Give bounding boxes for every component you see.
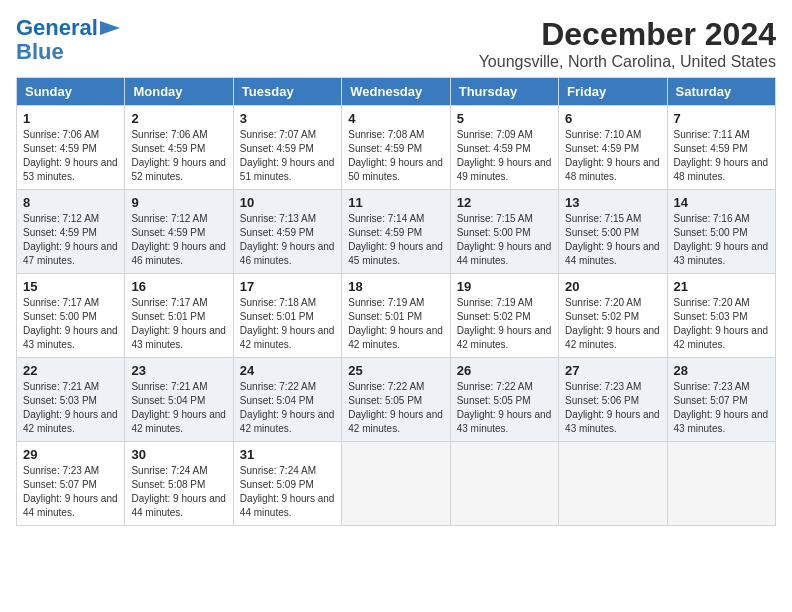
day-number: 25: [348, 363, 443, 378]
table-row: 15Sunrise: 7:17 AMSunset: 5:00 PMDayligh…: [17, 274, 125, 358]
calendar-week-row: 8Sunrise: 7:12 AMSunset: 4:59 PMDaylight…: [17, 190, 776, 274]
logo-blue: Blue: [16, 40, 64, 64]
weekday-header-tuesday: Tuesday: [233, 78, 341, 106]
day-info: Sunrise: 7:24 AMSunset: 5:08 PMDaylight:…: [131, 464, 226, 520]
table-row: 30Sunrise: 7:24 AMSunset: 5:08 PMDayligh…: [125, 442, 233, 526]
day-info: Sunrise: 7:20 AMSunset: 5:02 PMDaylight:…: [565, 296, 660, 352]
day-number: 15: [23, 279, 118, 294]
day-info: Sunrise: 7:06 AMSunset: 4:59 PMDaylight:…: [131, 128, 226, 184]
day-info: Sunrise: 7:19 AMSunset: 5:01 PMDaylight:…: [348, 296, 443, 352]
day-number: 26: [457, 363, 552, 378]
day-number: 23: [131, 363, 226, 378]
calendar: SundayMondayTuesdayWednesdayThursdayFrid…: [16, 77, 776, 526]
table-row: 6Sunrise: 7:10 AMSunset: 4:59 PMDaylight…: [559, 106, 667, 190]
table-row: 16Sunrise: 7:17 AMSunset: 5:01 PMDayligh…: [125, 274, 233, 358]
table-row: 1Sunrise: 7:06 AMSunset: 4:59 PMDaylight…: [17, 106, 125, 190]
table-row: 14Sunrise: 7:16 AMSunset: 5:00 PMDayligh…: [667, 190, 775, 274]
day-info: Sunrise: 7:21 AMSunset: 5:04 PMDaylight:…: [131, 380, 226, 436]
day-number: 1: [23, 111, 118, 126]
weekday-header-saturday: Saturday: [667, 78, 775, 106]
day-number: 18: [348, 279, 443, 294]
day-number: 28: [674, 363, 769, 378]
day-info: Sunrise: 7:13 AMSunset: 4:59 PMDaylight:…: [240, 212, 335, 268]
day-info: Sunrise: 7:22 AMSunset: 5:05 PMDaylight:…: [348, 380, 443, 436]
weekday-header-thursday: Thursday: [450, 78, 558, 106]
day-number: 20: [565, 279, 660, 294]
day-info: Sunrise: 7:22 AMSunset: 5:04 PMDaylight:…: [240, 380, 335, 436]
logo-general: General: [16, 15, 98, 40]
day-number: 29: [23, 447, 118, 462]
day-number: 13: [565, 195, 660, 210]
table-row: 4Sunrise: 7:08 AMSunset: 4:59 PMDaylight…: [342, 106, 450, 190]
logo-arrow-icon: [100, 21, 120, 35]
calendar-week-row: 29Sunrise: 7:23 AMSunset: 5:07 PMDayligh…: [17, 442, 776, 526]
day-number: 17: [240, 279, 335, 294]
day-number: 4: [348, 111, 443, 126]
location-title: Youngsville, North Carolina, United Stat…: [479, 53, 776, 71]
day-number: 5: [457, 111, 552, 126]
day-number: 11: [348, 195, 443, 210]
day-number: 14: [674, 195, 769, 210]
calendar-week-row: 22Sunrise: 7:21 AMSunset: 5:03 PMDayligh…: [17, 358, 776, 442]
month-title: December 2024: [479, 16, 776, 53]
day-number: 16: [131, 279, 226, 294]
day-info: Sunrise: 7:23 AMSunset: 5:07 PMDaylight:…: [23, 464, 118, 520]
table-row: 18Sunrise: 7:19 AMSunset: 5:01 PMDayligh…: [342, 274, 450, 358]
day-info: Sunrise: 7:16 AMSunset: 5:00 PMDaylight:…: [674, 212, 769, 268]
table-row: [450, 442, 558, 526]
table-row: 3Sunrise: 7:07 AMSunset: 4:59 PMDaylight…: [233, 106, 341, 190]
table-row: 11Sunrise: 7:14 AMSunset: 4:59 PMDayligh…: [342, 190, 450, 274]
table-row: 10Sunrise: 7:13 AMSunset: 4:59 PMDayligh…: [233, 190, 341, 274]
table-row: 7Sunrise: 7:11 AMSunset: 4:59 PMDaylight…: [667, 106, 775, 190]
day-info: Sunrise: 7:09 AMSunset: 4:59 PMDaylight:…: [457, 128, 552, 184]
day-info: Sunrise: 7:19 AMSunset: 5:02 PMDaylight:…: [457, 296, 552, 352]
table-row: 21Sunrise: 7:20 AMSunset: 5:03 PMDayligh…: [667, 274, 775, 358]
day-number: 21: [674, 279, 769, 294]
day-info: Sunrise: 7:20 AMSunset: 5:03 PMDaylight:…: [674, 296, 769, 352]
day-info: Sunrise: 7:23 AMSunset: 5:06 PMDaylight:…: [565, 380, 660, 436]
calendar-week-row: 1Sunrise: 7:06 AMSunset: 4:59 PMDaylight…: [17, 106, 776, 190]
day-number: 22: [23, 363, 118, 378]
logo: General Blue: [16, 16, 120, 64]
weekday-header-monday: Monday: [125, 78, 233, 106]
day-number: 7: [674, 111, 769, 126]
day-info: Sunrise: 7:06 AMSunset: 4:59 PMDaylight:…: [23, 128, 118, 184]
table-row: 19Sunrise: 7:19 AMSunset: 5:02 PMDayligh…: [450, 274, 558, 358]
weekday-header-sunday: Sunday: [17, 78, 125, 106]
day-info: Sunrise: 7:24 AMSunset: 5:09 PMDaylight:…: [240, 464, 335, 520]
day-number: 10: [240, 195, 335, 210]
table-row: 25Sunrise: 7:22 AMSunset: 5:05 PMDayligh…: [342, 358, 450, 442]
table-row: 23Sunrise: 7:21 AMSunset: 5:04 PMDayligh…: [125, 358, 233, 442]
day-info: Sunrise: 7:12 AMSunset: 4:59 PMDaylight:…: [131, 212, 226, 268]
table-row: 20Sunrise: 7:20 AMSunset: 5:02 PMDayligh…: [559, 274, 667, 358]
day-number: 31: [240, 447, 335, 462]
title-block: December 2024 Youngsville, North Carolin…: [479, 16, 776, 71]
table-row: 24Sunrise: 7:22 AMSunset: 5:04 PMDayligh…: [233, 358, 341, 442]
table-row: 31Sunrise: 7:24 AMSunset: 5:09 PMDayligh…: [233, 442, 341, 526]
day-number: 30: [131, 447, 226, 462]
day-info: Sunrise: 7:18 AMSunset: 5:01 PMDaylight:…: [240, 296, 335, 352]
table-row: 28Sunrise: 7:23 AMSunset: 5:07 PMDayligh…: [667, 358, 775, 442]
table-row: 17Sunrise: 7:18 AMSunset: 5:01 PMDayligh…: [233, 274, 341, 358]
weekday-header-friday: Friday: [559, 78, 667, 106]
calendar-week-row: 15Sunrise: 7:17 AMSunset: 5:00 PMDayligh…: [17, 274, 776, 358]
day-number: 19: [457, 279, 552, 294]
logo-text: General: [16, 16, 98, 40]
day-info: Sunrise: 7:22 AMSunset: 5:05 PMDaylight:…: [457, 380, 552, 436]
day-info: Sunrise: 7:07 AMSunset: 4:59 PMDaylight:…: [240, 128, 335, 184]
svg-marker-0: [100, 21, 120, 35]
table-row: 12Sunrise: 7:15 AMSunset: 5:00 PMDayligh…: [450, 190, 558, 274]
day-info: Sunrise: 7:10 AMSunset: 4:59 PMDaylight:…: [565, 128, 660, 184]
day-number: 6: [565, 111, 660, 126]
table-row: 27Sunrise: 7:23 AMSunset: 5:06 PMDayligh…: [559, 358, 667, 442]
day-info: Sunrise: 7:23 AMSunset: 5:07 PMDaylight:…: [674, 380, 769, 436]
weekday-header-wednesday: Wednesday: [342, 78, 450, 106]
day-number: 3: [240, 111, 335, 126]
day-info: Sunrise: 7:08 AMSunset: 4:59 PMDaylight:…: [348, 128, 443, 184]
table-row: 13Sunrise: 7:15 AMSunset: 5:00 PMDayligh…: [559, 190, 667, 274]
table-row: [667, 442, 775, 526]
day-info: Sunrise: 7:11 AMSunset: 4:59 PMDaylight:…: [674, 128, 769, 184]
table-row: 9Sunrise: 7:12 AMSunset: 4:59 PMDaylight…: [125, 190, 233, 274]
day-info: Sunrise: 7:17 AMSunset: 5:01 PMDaylight:…: [131, 296, 226, 352]
day-number: 12: [457, 195, 552, 210]
